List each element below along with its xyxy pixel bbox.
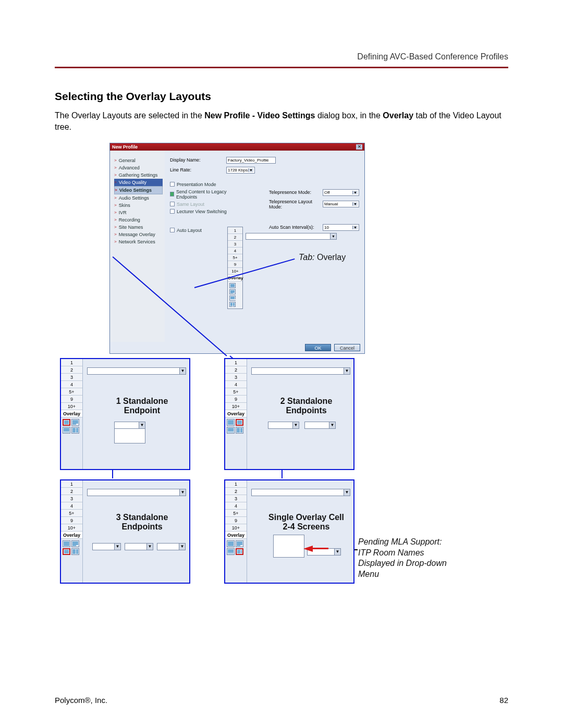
tab-9[interactable]: 9 [61, 396, 82, 403]
tab-4[interactable]: 4 [225, 381, 247, 388]
check-lecturer[interactable]: Lecturer View Switching [170, 209, 238, 214]
layout-icon[interactable] [236, 427, 243, 434]
check-presentation[interactable]: Presentation Mode [170, 182, 238, 187]
tab-1[interactable]: 1 [61, 359, 82, 366]
select-auto-scan[interactable]: 10▼ [323, 224, 359, 231]
tab-overlay[interactable]: Overlay [61, 410, 82, 417]
check-send-content[interactable]: Send Content to Legacy Endpoints [170, 189, 238, 200]
layout-preview [273, 535, 304, 558]
layout-icon[interactable] [229, 302, 236, 307]
select-tp-mode[interactable]: Off▼ [323, 189, 359, 196]
body-text: The Overlay Layouts are selected in the … [55, 110, 508, 133]
close-icon[interactable]: ✕ [356, 144, 362, 150]
panel-mini-selector[interactable]: ▼ [92, 543, 121, 550]
tab-1[interactable]: 1 [228, 227, 242, 234]
label-tp-mode: Telepresence Mode: [269, 190, 319, 195]
nav-item-message-overlay[interactable]: >Message Overlay [114, 231, 163, 238]
tab-10p[interactable]: 10+ [225, 524, 247, 532]
pending-mla-note: Pending MLA Support: ITP Room Names Disp… [358, 537, 452, 580]
nav-item-audio[interactable]: >Audio Settings [114, 194, 163, 202]
arrow-icon: > [114, 232, 117, 237]
tab-5p[interactable]: 5+ [61, 510, 82, 517]
tab-9[interactable]: 9 [225, 517, 247, 524]
layout-icon[interactable] [236, 548, 243, 555]
tab-2[interactable]: 2 [225, 488, 247, 495]
select-tp-layout[interactable]: Manual▼ [323, 201, 359, 207]
tab-10p[interactable]: 10+ [225, 403, 247, 410]
nav-item-video-quality[interactable]: >Video Quality [114, 179, 163, 186]
nav-item-general[interactable]: >General [114, 157, 163, 164]
tab-2[interactable]: 2 [228, 234, 242, 241]
tab-5p[interactable]: 5+ [225, 388, 247, 396]
cancel-button[interactable]: Cancel [334, 344, 360, 351]
nav-item-site-names[interactable]: >Site Names [114, 224, 163, 231]
tab-2[interactable]: 2 [61, 366, 82, 374]
arrow-icon: > [114, 195, 117, 200]
nav-item-ivr[interactable]: >IVR [114, 209, 163, 216]
chevron-down-icon: ▼ [352, 191, 358, 194]
tab-2[interactable]: 2 [61, 488, 82, 495]
layout-icon[interactable] [63, 548, 70, 555]
nav-item-recording[interactable]: >Recording [114, 216, 163, 224]
tab-1[interactable]: 1 [225, 359, 247, 366]
layout-icon[interactable] [71, 548, 79, 555]
panel-mini-selector[interactable]: ▼ [125, 543, 153, 550]
tab-overlay[interactable]: Overlay [225, 410, 247, 417]
layout-icon[interactable] [227, 427, 235, 434]
layout-icon[interactable] [229, 289, 236, 294]
tab-3[interactable]: 3 [225, 374, 247, 381]
tab-3[interactable]: 3 [228, 241, 242, 248]
tab-5p[interactable]: 5+ [61, 388, 82, 396]
tab-5p[interactable]: 5+ [225, 510, 247, 517]
tab-9[interactable]: 9 [61, 517, 82, 524]
panel-selector[interactable]: ▼ [87, 367, 186, 375]
panel-selector[interactable]: ▼ [251, 489, 350, 496]
tab-3[interactable]: 3 [225, 495, 247, 502]
tab-4[interactable]: 4 [61, 381, 82, 388]
layout-icon[interactable] [227, 540, 235, 547]
nav-item-gathering[interactable]: >Gathering Settings [114, 171, 163, 179]
tab-3[interactable]: 3 [61, 495, 82, 502]
layout-icon[interactable] [227, 548, 235, 555]
select-line-rate[interactable]: 1728 Kbps▼ [226, 167, 255, 174]
tab-2[interactable]: 2 [225, 366, 247, 374]
ok-button[interactable]: OK [305, 344, 331, 351]
tab-5p[interactable]: 5+ [228, 254, 242, 261]
panel-mini-selector[interactable]: ▼ [304, 422, 336, 429]
layout-icon[interactable] [227, 419, 235, 426]
tab-1[interactable]: 1 [225, 480, 247, 488]
tab-9[interactable]: 9 [228, 261, 242, 268]
tab-1[interactable]: 1 [61, 480, 82, 488]
tab-4[interactable]: 4 [225, 502, 247, 510]
layout-icon[interactable] [63, 540, 70, 547]
tab-overlay[interactable]: Overlay [61, 532, 82, 539]
layout-icon[interactable] [71, 540, 79, 547]
tab-overlay[interactable]: Overlay [225, 532, 247, 539]
tab-3[interactable]: 3 [61, 374, 82, 381]
nav-item-video-settings[interactable]: >Video Settings [114, 186, 163, 194]
label-tp-layout: Telepresence Layout Mode: [269, 199, 319, 209]
nav-item-skins[interactable]: >Skins [114, 202, 163, 209]
layout-icon[interactable] [236, 419, 243, 426]
tab-10p[interactable]: 10+ [61, 524, 82, 532]
panel-mini-selector[interactable]: ▼ [114, 422, 145, 429]
tab-9[interactable]: 9 [225, 396, 247, 403]
layout-icon[interactable] [236, 540, 243, 547]
tab-4[interactable]: 4 [228, 248, 242, 254]
tab-4[interactable]: 4 [61, 502, 82, 510]
layout-icon[interactable] [63, 427, 70, 434]
nav-item-advanced[interactable]: >Advanced [114, 164, 163, 171]
layout-selector[interactable]: ▼ [246, 233, 337, 240]
layout-icon[interactable] [71, 419, 79, 426]
layout-icon[interactable] [229, 283, 236, 288]
layout-icon[interactable] [71, 427, 79, 434]
layout-icon[interactable] [229, 295, 236, 301]
input-display-name[interactable] [226, 157, 276, 164]
panel-mini-selector[interactable]: ▼ [157, 543, 186, 550]
panel-selector[interactable]: ▼ [251, 367, 350, 375]
panel-mini-selector[interactable]: ▼ [268, 422, 299, 429]
tab-10p[interactable]: 10+ [61, 403, 82, 410]
layout-icon[interactable] [63, 419, 70, 426]
nav-item-network[interactable]: >Network Services [114, 238, 163, 245]
panel-selector[interactable]: ▼ [87, 489, 186, 496]
